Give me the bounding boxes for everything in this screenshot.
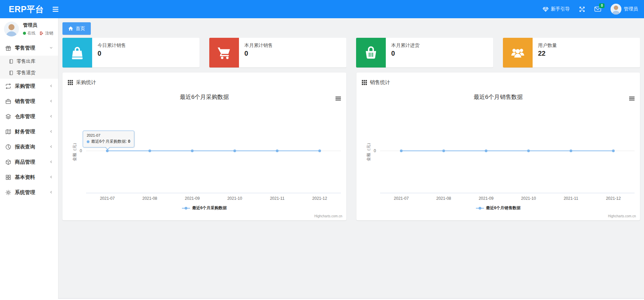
sidebar-item-purchase[interactable]: 采购管理 <box>0 79 58 94</box>
stat-card-user-count[interactable]: 用户数量 22 <box>503 38 640 67</box>
charts-row: 采购统计 最近6个月采购数据金额（元）02021-072021-082021-0… <box>62 73 640 220</box>
data-point[interactable] <box>149 149 151 152</box>
tab-home-label: 首页 <box>76 26 85 32</box>
sidebar-item-basic-data[interactable]: 基本资料 <box>0 170 58 185</box>
newbie-guide-label: 新手引导 <box>551 6 570 12</box>
data-point[interactable] <box>527 149 530 152</box>
chart-tooltip: 2021-07最近6个月采购数据: 0 <box>83 131 134 147</box>
chevron-left-icon <box>49 99 53 104</box>
basket-icon <box>356 38 386 67</box>
bag-icon <box>62 38 92 67</box>
messages-count-badge: 0 <box>599 3 605 8</box>
x-axis-label: 2021-09 <box>185 196 200 201</box>
data-point[interactable] <box>400 149 403 152</box>
sidebar-user-name: 管理员 <box>23 22 53 28</box>
purchase-chart[interactable]: 最近6个月采购数据金额（元）02021-072021-082021-092021… <box>62 87 346 220</box>
sales-chart[interactable]: 最近6个月销售数据金额（元）02021-072021-082021-092021… <box>356 87 640 220</box>
data-point[interactable] <box>233 149 236 152</box>
x-axis-label: 2021-10 <box>521 196 536 201</box>
data-point[interactable] <box>106 149 109 152</box>
sidebar-item-label: 采购管理 <box>15 83 35 89</box>
briefcase-icon <box>5 99 11 104</box>
sidebar-item-goods[interactable]: 商品管理 <box>0 155 58 170</box>
menu-icon[interactable] <box>53 7 58 12</box>
chevron-left-icon <box>49 144 53 150</box>
stat-card-label: 今日累计销售 <box>98 43 126 49</box>
user-label: 管理员 <box>624 6 638 12</box>
newbie-guide-button[interactable]: 新手引导 <box>543 6 570 12</box>
messages-button[interactable]: 0 <box>594 6 601 12</box>
stat-card-value: 0 <box>391 50 420 57</box>
fullscreen-button[interactable] <box>579 6 585 12</box>
chart-menu-icon[interactable] <box>629 97 635 101</box>
x-axis-label: 2021-12 <box>606 196 621 201</box>
fullscreen-icon <box>579 6 585 12</box>
x-axis-label: 2021-12 <box>312 196 327 201</box>
chart-title: 最近6个月采购数据 <box>180 94 229 100</box>
x-axis-label: 2021-08 <box>142 196 157 201</box>
x-axis-label: 2021-08 <box>436 196 451 201</box>
stat-card-label: 本月累计销售 <box>244 43 273 49</box>
y-axis-tick: 0 <box>374 148 376 153</box>
sales-stats-panel: 销售统计 最近6个月销售数据金额（元）02021-072021-082021-0… <box>356 73 640 220</box>
tab-home[interactable]: 首页 <box>62 22 91 35</box>
sidebar-item-finance[interactable]: 财务管理 <box>0 124 58 139</box>
th-grid-icon <box>68 80 73 85</box>
sidebar-item-label: 零售出库 <box>17 58 35 64</box>
chart-credits[interactable]: Highcharts.com.cn <box>314 214 342 218</box>
online-status-label: 在线 <box>27 30 35 36</box>
data-point[interactable] <box>191 149 194 152</box>
chart-credits[interactable]: Highcharts.com.cn <box>608 214 636 218</box>
data-point[interactable] <box>318 149 321 152</box>
sidebar-item-sales[interactable]: 销售管理 <box>0 94 58 109</box>
stat-card-today-sales[interactable]: 今日累计销售 0 <box>62 38 199 67</box>
gift-icon <box>5 45 11 51</box>
stat-card-month-purchases[interactable]: 本月累计进货 0 <box>356 38 493 67</box>
sidebar-item-retail[interactable]: 零售管理 <box>0 40 58 56</box>
sidebar-item-retail-return[interactable]: 零售退货 <box>0 67 58 79</box>
data-point[interactable] <box>570 149 572 152</box>
x-axis-label: 2021-10 <box>227 196 242 201</box>
chevron-left-icon <box>49 114 53 119</box>
sidebar-item-reports[interactable]: 报表查询 <box>0 139 58 155</box>
logout-label: 注销 <box>45 30 53 36</box>
chart-legend[interactable]: 最近6个月采购数据 <box>62 205 346 211</box>
sidebar-item-warehouse[interactable]: 仓库管理 <box>0 109 58 124</box>
chart-menu-icon[interactable] <box>336 97 341 101</box>
data-point[interactable] <box>612 149 615 152</box>
chevron-left-icon <box>49 129 53 135</box>
breadcrumb: 首页 <box>62 22 640 35</box>
logout-button[interactable]: 注销 <box>39 30 53 36</box>
chevron-left-icon <box>49 174 53 180</box>
x-axis-label: 2021-11 <box>564 196 578 201</box>
x-axis-label: 2021-07 <box>100 196 115 201</box>
user-menu[interactable]: 管理员 <box>611 4 638 15</box>
sidebar: 管理员 在线 注销 零售管理 <box>0 18 58 300</box>
y-axis-tick: 0 <box>80 148 82 153</box>
y-axis-title: 金额（元） <box>366 141 371 161</box>
data-point[interactable] <box>485 149 487 152</box>
main-content: 首页 今日累计销售 0 本月累计销售 0 <box>58 18 644 300</box>
chart-legend[interactable]: 最近6个月销售数据 <box>356 205 640 211</box>
app-brand[interactable]: ERP平台 <box>9 4 44 15</box>
sidebar-item-label: 系统管理 <box>15 189 35 196</box>
avatar <box>4 22 19 36</box>
gear-icon <box>5 190 11 195</box>
footer-divider <box>58 298 644 300</box>
chevron-down-icon <box>49 45 53 51</box>
data-point[interactable] <box>442 149 445 152</box>
grid-icon <box>5 174 11 180</box>
sidebar-item-system[interactable]: 系统管理 <box>0 185 58 200</box>
chevron-left-icon <box>49 190 53 195</box>
stat-card-value: 0 <box>98 50 126 57</box>
top-navbar: ERP平台 新手引导 0 管理员 <box>0 0 644 18</box>
sidebar-item-label: 报表查询 <box>15 144 35 150</box>
map-icon <box>5 129 11 135</box>
cart-icon <box>209 38 239 67</box>
sign-out-icon <box>39 31 44 35</box>
stat-card-value: 0 <box>244 50 273 57</box>
data-point[interactable] <box>276 149 278 152</box>
stat-cards-row: 今日累计销售 0 本月累计销售 0 本月累计进货 0 <box>62 38 640 67</box>
stat-card-month-sales[interactable]: 本月累计销售 0 <box>209 38 346 67</box>
sidebar-item-retail-outbound[interactable]: 零售出库 <box>0 56 58 67</box>
